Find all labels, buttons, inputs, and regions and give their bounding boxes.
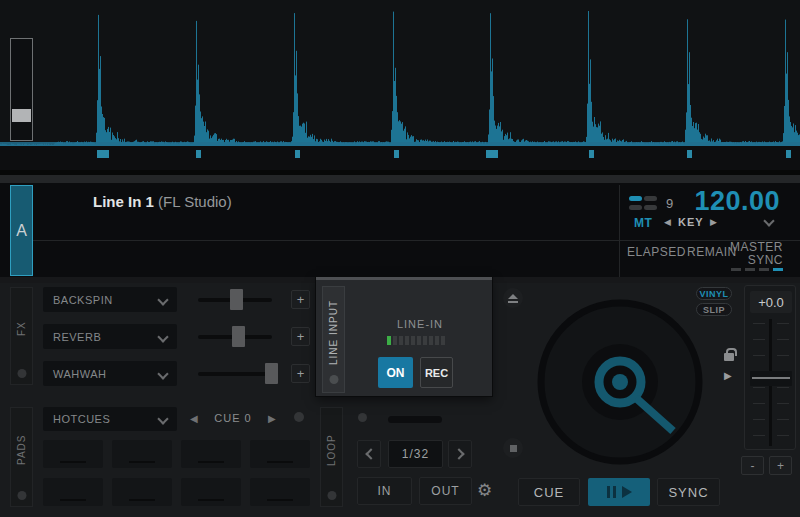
waveform-zoom-slider[interactable]	[10, 38, 33, 141]
pads-mode-select[interactable]: HOTCUES	[43, 407, 177, 431]
fx-slot-1-select[interactable]: BACKSPIN	[43, 287, 177, 312]
line-input-panel-tab[interactable]: LINE INPUT	[322, 286, 345, 393]
beat-phase-pill	[629, 196, 642, 201]
beat-marker	[196, 150, 201, 158]
deck-top-strip	[0, 175, 800, 183]
pitch-fader-handle[interactable]	[750, 371, 792, 386]
hotcue-pad-4[interactable]	[250, 440, 310, 468]
beat-marker	[394, 150, 399, 158]
fx-slot-2-add-button[interactable]: +	[291, 327, 310, 346]
fx-slot-2-amount-slider[interactable]	[198, 324, 272, 349]
line-input-dot[interactable]	[329, 375, 338, 384]
beat-marker	[486, 150, 498, 158]
waveform-zoom-slider-handle[interactable]	[12, 109, 31, 122]
chevron-down-icon	[157, 368, 168, 379]
line-input-panel-label: LINE INPUT	[323, 293, 344, 372]
hotcue-pad-7[interactable]	[181, 478, 241, 506]
hotcue-pad-6[interactable]	[112, 478, 172, 506]
deck-a-badge[interactable]: A	[10, 185, 33, 276]
line-in-rec-button[interactable]: REC	[420, 357, 453, 388]
chevron-down-icon	[157, 413, 168, 424]
meter-segment	[393, 336, 397, 345]
slip-mode-button[interactable]: SLIP	[696, 303, 732, 316]
loop-size-display[interactable]: 1/32	[388, 440, 443, 468]
loop-move-bar[interactable]	[388, 416, 442, 423]
meter-segment	[411, 336, 415, 345]
master-sync-label[interactable]: MASTER SYNC	[730, 241, 783, 267]
cue-next-icon[interactable]: ▶	[268, 413, 276, 424]
vinyl-mode-button[interactable]: VINYL	[696, 287, 732, 300]
key-up-icon[interactable]: ▶	[710, 217, 717, 227]
meter-segment	[429, 336, 433, 345]
bpm-display[interactable]: 120.00	[694, 186, 780, 217]
meter-segment	[435, 336, 439, 345]
line-in-on-button[interactable]: ON	[378, 357, 413, 388]
fx-enable-dot[interactable]	[17, 369, 26, 378]
beat-marker	[786, 150, 791, 158]
deck-header: A Line In 1 (FL Studio) 9 120.00 MT ◀ KE…	[0, 175, 800, 283]
fx-slot-3-add-button[interactable]: +	[291, 364, 310, 383]
loop-half-button[interactable]	[357, 440, 381, 468]
pitch-value-display[interactable]: +0.0	[750, 291, 792, 313]
fx-slot-2-name: REVERB	[53, 331, 101, 343]
slider-handle[interactable]	[265, 363, 278, 384]
loop-in-button[interactable]: IN	[357, 477, 412, 505]
eject-button[interactable]	[503, 288, 523, 308]
beat-marker	[687, 150, 692, 158]
pitch-panel: +0.0	[744, 285, 796, 450]
chevron-left-icon	[365, 448, 376, 459]
chevron-down-icon[interactable]	[763, 215, 774, 226]
plus-icon: +	[297, 292, 305, 307]
minus-icon: -	[751, 459, 755, 473]
waveform-display[interactable]	[0, 0, 800, 170]
chevron-down-icon	[157, 331, 168, 342]
fx-panel-tab[interactable]: FX	[10, 287, 33, 385]
loop-out-button[interactable]: OUT	[419, 477, 472, 505]
stop-button[interactable]	[503, 438, 523, 458]
hotcue-pad-8[interactable]	[250, 478, 310, 506]
pitch-plus-button[interactable]: +	[769, 456, 792, 475]
waveform-graph[interactable]	[0, 0, 800, 146]
deck-vertical-divider	[619, 185, 620, 277]
loop-double-button[interactable]	[448, 440, 472, 468]
hotcue-pad-3[interactable]	[181, 440, 241, 468]
fx-slot-3-amount-slider[interactable]	[198, 361, 272, 386]
cue-prev-icon[interactable]: ◀	[190, 413, 198, 424]
gear-icon[interactable]: ⚙	[477, 480, 492, 500]
pitch-minus-button[interactable]: -	[741, 456, 764, 475]
hotcue-pad-5[interactable]	[43, 478, 103, 506]
jog-wheel[interactable]	[537, 299, 703, 465]
sync-bar	[759, 268, 769, 271]
meter-segment	[399, 336, 403, 345]
slider-handle[interactable]	[232, 326, 245, 347]
pads-indicator-dot[interactable]	[294, 412, 304, 422]
pads-panel-label: PADS	[11, 414, 32, 486]
lock-icon[interactable]	[724, 353, 734, 361]
fx-slot-2-select[interactable]: REVERB	[43, 324, 177, 349]
cue-button[interactable]: CUE	[518, 478, 580, 506]
pitch-range-icon[interactable]: ▶	[724, 370, 732, 381]
track-title: Line In 1	[93, 193, 154, 210]
hotcue-pad-2[interactable]	[112, 440, 172, 468]
key-down-icon[interactable]: ◀	[664, 217, 671, 227]
master-tempo-button[interactable]: MT	[634, 216, 652, 230]
chevron-right-icon	[453, 448, 464, 459]
slider-track	[198, 372, 272, 376]
meter-segment	[417, 336, 421, 345]
fx-slot-1-amount-slider[interactable]	[198, 287, 272, 312]
pads-enable-dot[interactable]	[17, 491, 26, 500]
pads-panel-tab[interactable]: PADS	[10, 407, 33, 507]
fx-slot-1-add-button[interactable]: +	[291, 290, 310, 309]
loop-size-value: 1/32	[402, 447, 429, 461]
loop-indicator-dot[interactable]	[358, 413, 367, 422]
play-pause-button[interactable]	[588, 478, 650, 506]
hotcue-pad-1[interactable]	[43, 440, 103, 468]
elapsed-label[interactable]: ELAPSED	[627, 245, 686, 259]
loop-enable-dot[interactable]	[327, 491, 336, 500]
loop-panel-tab[interactable]: LOOP	[320, 407, 343, 507]
fx-slot-3-select[interactable]: WAHWAH	[43, 361, 177, 386]
meter-segment	[387, 336, 391, 345]
slider-handle[interactable]	[230, 289, 243, 310]
sync-bar	[773, 268, 783, 271]
sync-button[interactable]: SYNC	[657, 478, 720, 506]
